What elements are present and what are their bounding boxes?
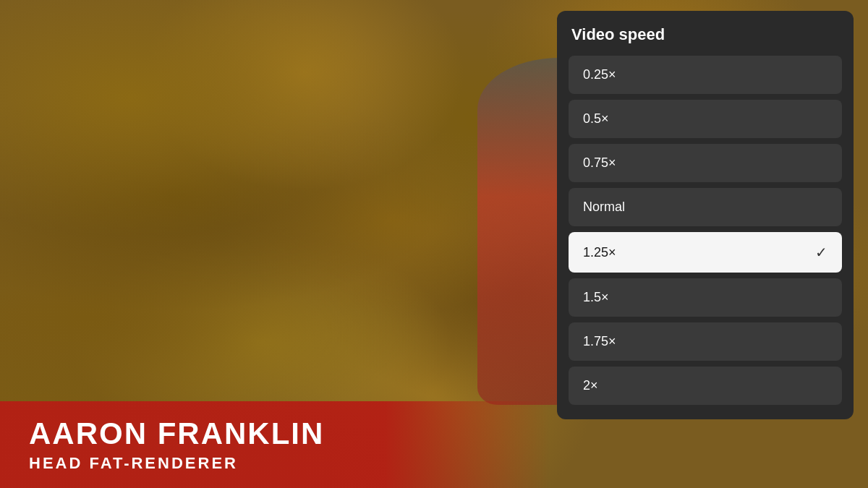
speed-1.25-option[interactable]: 1.25×✓: [569, 232, 842, 273]
speed-1.5-option[interactable]: 1.5×: [569, 278, 842, 317]
speed-normal-label: Normal: [583, 200, 625, 215]
speed-normal-option[interactable]: Normal: [569, 188, 842, 226]
speed-0.5-option[interactable]: 0.5×: [569, 100, 842, 138]
name-overlay: Aaron Franklin Head Fat-Renderer: [0, 401, 550, 488]
speed-0.75-label: 0.75×: [583, 155, 616, 171]
speed-0.25-label: 0.25×: [583, 67, 616, 82]
speed-0.5-label: 0.5×: [583, 111, 609, 127]
speed-2-option[interactable]: 2×: [569, 367, 842, 405]
speed-1.25-label: 1.25×: [583, 245, 616, 260]
speed-menu-title: Video speed: [569, 25, 842, 44]
speed-0.75-option[interactable]: 0.75×: [569, 144, 842, 182]
speed-2-label: 2×: [583, 378, 598, 393]
speed-1.25-checkmark-icon: ✓: [815, 244, 827, 261]
person-name: Aaron Franklin: [29, 416, 521, 451]
speed-1.75-label: 1.75×: [583, 334, 616, 349]
speed-0.25-option[interactable]: 0.25×: [569, 56, 842, 94]
speed-menu-panel: Video speed 0.25×0.5×0.75×Normal1.25×✓1.…: [557, 11, 854, 419]
speed-1.75-option[interactable]: 1.75×: [569, 322, 842, 361]
person-title: Head Fat-Renderer: [29, 454, 521, 473]
speed-1.5-label: 1.5×: [583, 290, 609, 305]
